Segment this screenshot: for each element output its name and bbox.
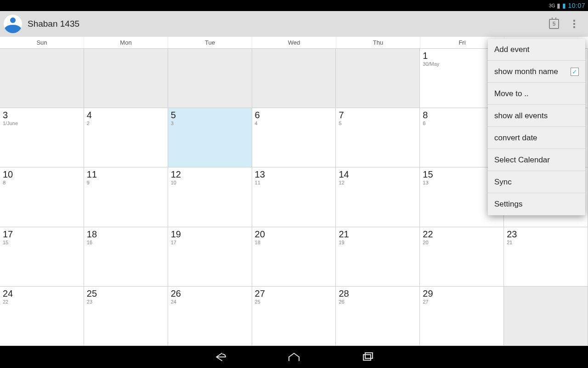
calendar-cell[interactable]: 53 bbox=[168, 108, 252, 167]
action-bar: Shaban 1435 5 bbox=[0, 11, 588, 37]
recents-button[interactable] bbox=[358, 348, 377, 366]
overflow-button[interactable] bbox=[564, 14, 584, 34]
calendar-cell[interactable]: 1210 bbox=[168, 167, 252, 227]
menu-show-all-events[interactable]: show all events bbox=[488, 105, 585, 127]
cell-day-number: 24 bbox=[3, 288, 81, 299]
cell-sub-date: 25 bbox=[255, 299, 333, 305]
calendar-cell[interactable]: 2220 bbox=[420, 227, 504, 287]
calendar-cell[interactable]: 1715 bbox=[0, 227, 84, 287]
calendar-cell[interactable]: 2321 bbox=[504, 227, 588, 287]
menu-move-to[interactable]: Move to .. bbox=[488, 83, 585, 105]
cell-sub-date: 12 bbox=[339, 180, 417, 185]
cell-sub-date: 9 bbox=[87, 180, 165, 185]
cell-sub-date: 26 bbox=[339, 299, 417, 305]
calendar-cell[interactable]: 2523 bbox=[84, 287, 168, 346]
cell-day-number: 5 bbox=[171, 110, 249, 120]
menu-sync[interactable]: Sync bbox=[488, 171, 585, 193]
home-button[interactable] bbox=[285, 348, 303, 366]
menu-convert-date[interactable]: convert date bbox=[488, 127, 585, 149]
checkbox-icon[interactable]: ✓ bbox=[571, 68, 579, 76]
cell-day-number: 20 bbox=[255, 229, 333, 239]
cell-day-number: 13 bbox=[255, 169, 333, 179]
back-icon bbox=[214, 351, 227, 362]
calendar-cell[interactable]: 1311 bbox=[252, 167, 336, 227]
calendar-cell[interactable] bbox=[0, 49, 84, 108]
calendar-cell[interactable] bbox=[168, 49, 252, 108]
calendar-cell[interactable]: 64 bbox=[252, 108, 336, 167]
overflow-icon bbox=[573, 20, 575, 28]
page-title: Shaban 1435 bbox=[28, 19, 544, 29]
calendar-cell[interactable]: 75 bbox=[336, 108, 420, 167]
cell-sub-date: 2 bbox=[87, 121, 165, 126]
calendar-cell[interactable] bbox=[504, 287, 588, 346]
calendar-cell[interactable]: 2725 bbox=[252, 287, 336, 346]
calendar-cell[interactable] bbox=[84, 49, 168, 108]
cell-day-number: 12 bbox=[171, 169, 249, 179]
cell-sub-date: 18 bbox=[255, 240, 333, 245]
app-icon[interactable] bbox=[4, 15, 22, 33]
cell-day-number: 18 bbox=[87, 229, 165, 239]
menu-add-event[interactable]: Add event bbox=[488, 39, 585, 61]
calendar-cell[interactable]: 108 bbox=[0, 167, 84, 227]
signal-icon: ▮ bbox=[557, 2, 560, 9]
weekday-label: Thu bbox=[336, 37, 420, 48]
calendar-cell[interactable]: 2826 bbox=[336, 287, 420, 346]
cell-sub-date: 24 bbox=[171, 299, 249, 305]
cell-sub-date: 3 bbox=[171, 121, 249, 126]
calendar-cell[interactable]: 119 bbox=[84, 167, 168, 227]
cell-day-number: 7 bbox=[339, 110, 417, 120]
calendar-cell[interactable]: 1917 bbox=[168, 227, 252, 287]
cell-day-number: 26 bbox=[171, 288, 249, 299]
cell-day-number: 3 bbox=[3, 110, 81, 120]
calendar-cell[interactable]: 2927 bbox=[420, 287, 504, 346]
calendar-cell[interactable]: 31/June bbox=[0, 108, 84, 167]
cell-sub-date: 20 bbox=[423, 240, 501, 245]
svg-rect-0 bbox=[363, 355, 371, 360]
calendar-cell[interactable]: 2018 bbox=[252, 227, 336, 287]
cell-day-number: 14 bbox=[339, 169, 417, 179]
app-window: Shaban 1435 5 Sun Mon Tue Wed Thu Fri Sa… bbox=[0, 11, 588, 346]
menu-show-month-name[interactable]: show month name ✓ bbox=[488, 61, 585, 83]
cell-sub-date: 23 bbox=[87, 299, 165, 305]
weekday-label: Wed bbox=[252, 37, 336, 48]
today-button[interactable]: 5 bbox=[544, 14, 564, 34]
calendar-cell[interactable]: 2422 bbox=[0, 287, 84, 346]
cell-sub-date: 17 bbox=[171, 240, 249, 245]
overflow-menu: Add event show month name ✓ Move to .. s… bbox=[488, 39, 585, 215]
cell-day-number: 17 bbox=[3, 229, 81, 239]
calendar-cell[interactable]: 1816 bbox=[84, 227, 168, 287]
cell-day-number: 25 bbox=[87, 288, 165, 299]
calendar-cell[interactable]: 42 bbox=[84, 108, 168, 167]
calendar-cell[interactable] bbox=[252, 49, 336, 108]
calendar-cell[interactable]: 2119 bbox=[336, 227, 420, 287]
cell-sub-date: 11 bbox=[255, 180, 333, 185]
network-3g-icon: 3G bbox=[549, 3, 555, 8]
recents-icon bbox=[361, 351, 374, 362]
menu-select-calendar[interactable]: Select Calendar bbox=[488, 149, 585, 171]
status-clock: 10:07 bbox=[568, 2, 585, 9]
cell-sub-date: 4 bbox=[255, 121, 333, 126]
cell-sub-date: 27 bbox=[423, 299, 501, 305]
cell-sub-date: 19 bbox=[339, 240, 417, 245]
cell-day-number: 27 bbox=[255, 288, 333, 299]
cell-sub-date: 8 bbox=[3, 180, 81, 185]
cell-day-number: 4 bbox=[87, 110, 165, 120]
calendar-cell[interactable] bbox=[336, 49, 420, 108]
nav-bar bbox=[0, 346, 588, 368]
cell-sub-date: 21 bbox=[507, 240, 585, 245]
weekday-label: Sun bbox=[0, 37, 84, 48]
cell-day-number: 23 bbox=[507, 229, 585, 239]
calendar-cell[interactable]: 1412 bbox=[336, 167, 420, 227]
cell-sub-date: 15 bbox=[3, 240, 81, 245]
svg-rect-1 bbox=[365, 353, 373, 358]
weekday-label: Tue bbox=[168, 37, 252, 48]
cell-day-number: 10 bbox=[3, 169, 81, 179]
calendar-cell[interactable]: 2624 bbox=[168, 287, 252, 346]
cell-day-number: 11 bbox=[87, 169, 165, 179]
cell-sub-date: 16 bbox=[87, 240, 165, 245]
cell-day-number: 28 bbox=[339, 288, 417, 299]
home-icon bbox=[287, 351, 301, 362]
menu-settings[interactable]: Settings bbox=[488, 193, 585, 215]
cell-day-number: 29 bbox=[423, 288, 501, 299]
back-button[interactable] bbox=[211, 348, 230, 366]
